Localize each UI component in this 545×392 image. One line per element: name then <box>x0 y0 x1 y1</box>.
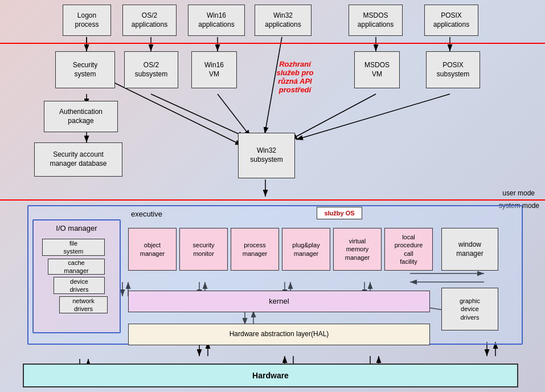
hal-box: Hardware abstraction layer(HAL) <box>128 324 430 345</box>
kernel-box: kernel <box>128 291 430 312</box>
svg-line-15 <box>296 94 450 140</box>
device-drivers-box: devicedrivers <box>54 277 105 294</box>
posix-apps-box: POSIXapplications <box>424 5 478 36</box>
msdos-apps-box: MSDOSapplications <box>349 5 403 36</box>
io-manager-label: I/O manager <box>34 220 120 236</box>
plug-play-box: plug&playmanager <box>282 228 330 271</box>
process-manager-box: processmanager <box>231 228 279 271</box>
user-kernel-boundary-line <box>0 199 545 201</box>
security-system-box: Securitysystem <box>55 51 115 88</box>
auth-package-box: Authenticationpackage <box>44 101 118 132</box>
logon-process-box: Logonprocess <box>63 5 111 36</box>
architecture-diagram: user mode system mode Logonprocess OS/2a… <box>0 0 545 392</box>
user-mode-line-top <box>0 43 545 44</box>
svg-line-13 <box>108 80 242 145</box>
file-system-box: filesystem <box>42 239 105 256</box>
svg-line-14 <box>290 94 376 140</box>
os-services-box: služby OS <box>317 207 362 219</box>
cache-manager-box: cachemanager <box>48 259 105 275</box>
io-manager-container: I/O manager filesystem cachemanager devi… <box>32 219 121 333</box>
win32-subsystem-box: Win32subsystem <box>238 133 295 178</box>
api-label: Rozhraníslužeb prorůzná APIprostředí <box>264 60 326 94</box>
os2-apps-box: OS/2applications <box>122 5 177 36</box>
graphic-drivers-box: graphicdevicedrivers <box>441 288 498 330</box>
network-drivers-box: networkdrivers <box>59 296 108 313</box>
win32-apps-box: Win32applications <box>255 5 312 36</box>
win16-apps-box: Win16applications <box>188 5 245 36</box>
svg-line-11 <box>151 94 245 137</box>
virtual-memory-box: virtualmemorymanager <box>333 228 382 271</box>
msdos-vm-box: MSDOSVM <box>354 51 400 88</box>
svg-line-12 <box>218 94 251 137</box>
executive-label: executive <box>131 210 162 218</box>
security-monitor-box: securitymonitor <box>179 228 228 271</box>
os2-subsystem-box: OS/2subsystem <box>124 51 178 88</box>
object-manager-box: objectmanager <box>128 228 177 271</box>
sam-database-box: Security accountmanager database <box>34 142 122 177</box>
local-procedure-box: localprocedurecallfacility <box>384 228 433 271</box>
win16-vm-box: Win16VM <box>191 51 237 88</box>
hardware-box: Hardware <box>23 364 518 387</box>
posix-subsystem-box: POSIXsubsystem <box>426 51 480 88</box>
window-manager-box: windowmanager <box>441 228 498 271</box>
user-mode-label: user mode <box>502 189 535 197</box>
